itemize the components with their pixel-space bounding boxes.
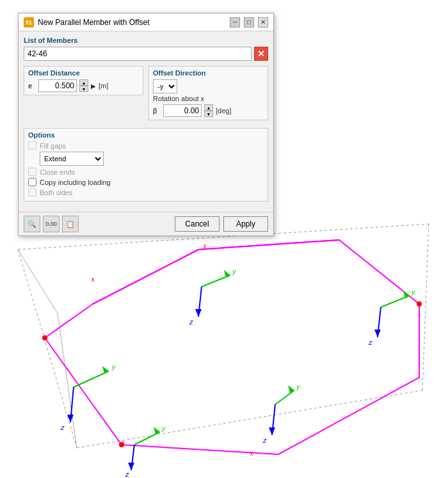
offset-distance-row: e ▲ ▼ ▶ [m] <box>28 79 139 92</box>
close-ends-row: Close ends <box>28 168 264 176</box>
spin-down[interactable]: ▼ <box>79 86 88 92</box>
svg-text:z: z <box>189 318 193 326</box>
dialog-controls: ─ □ ✕ <box>230 17 268 28</box>
dialog-app-icon: 91 <box>24 17 34 28</box>
fill-gaps-checkbox[interactable] <box>28 141 36 150</box>
rotation-spin-down[interactable]: ▼ <box>204 111 213 117</box>
dialog-titlebar: 91 New Parallel Member with Offset ─ □ ✕ <box>19 13 273 31</box>
apply-button[interactable]: Apply <box>223 216 268 232</box>
rotation-input[interactable] <box>163 104 202 117</box>
offset-direction-select[interactable]: -y +y -z +z <box>153 79 177 93</box>
bottom-bar: 🔍 0.00 📋 Cancel Apply <box>19 212 273 235</box>
members-label: List of Members <box>24 36 268 44</box>
offset-spinner: ▲ ▼ <box>79 79 88 92</box>
offset-unit: [m] <box>99 82 108 90</box>
svg-text:z: z <box>262 436 267 444</box>
offset-distance-col: Offset Distance e ▲ ▼ ▶ [m] <box>24 66 143 123</box>
rotation-label: Rotation about x <box>153 95 264 102</box>
svg-point-9 <box>42 335 47 340</box>
fill-gaps-label: Fill gaps <box>40 142 66 150</box>
svg-text:x: x <box>204 243 207 250</box>
offset-direction-label: Offset Direction <box>153 69 264 77</box>
table-icon-btn[interactable]: 0.00 <box>43 216 60 232</box>
members-input-row: ✕ <box>24 47 268 61</box>
offset-distance-input[interactable] <box>38 79 77 92</box>
rotation-row: β ▲ ▼ [deg] <box>153 104 264 117</box>
svg-point-11 <box>417 301 422 307</box>
search-icon-btn[interactable]: 🔍 <box>24 216 40 232</box>
close-ends-checkbox[interactable] <box>28 168 36 176</box>
close-ends-label: Close ends <box>40 168 75 176</box>
fill-gaps-row: Fill gaps <box>28 141 264 150</box>
rotation-spinner: ▲ ▼ <box>204 104 213 117</box>
copy-icon-btn[interactable]: 📋 <box>62 216 79 232</box>
both-sides-checkbox[interactable] <box>28 188 36 196</box>
rotation-section: Rotation about x β ▲ ▼ [deg] <box>153 95 264 117</box>
dialog-title: New Parallel Member with Offset <box>38 18 150 27</box>
offset-direction-row: -y +y -z +z <box>153 79 264 93</box>
beta-label: β <box>153 107 161 115</box>
spin-up[interactable]: ▲ <box>79 79 88 86</box>
close-button[interactable]: ✕ <box>258 17 268 28</box>
members-section: List of Members ✕ <box>24 36 268 61</box>
copy-loading-row: Copy including loading <box>28 178 264 186</box>
svg-text:z: z <box>60 424 65 431</box>
cancel-button[interactable]: Cancel <box>175 216 220 232</box>
both-sides-label: Both sides <box>40 189 72 196</box>
offset-e-label: e <box>28 82 36 90</box>
copy-loading-label: Copy including loading <box>40 179 111 186</box>
clear-button[interactable]: ✕ <box>254 47 268 61</box>
both-sides-row: Both sides <box>28 188 264 196</box>
dialog-body: List of Members ✕ Offset Distance e ▲ ▼ <box>19 31 273 212</box>
svg-text:z: z <box>125 470 129 478</box>
offset-direction-group: Offset Direction -y +y -z +z Rotation ab… <box>148 66 268 120</box>
offset-distance-group: Offset Distance e ▲ ▼ ▶ [m] <box>24 66 143 95</box>
minimize-button[interactable]: ─ <box>230 17 240 28</box>
rotation-spin-up[interactable]: ▲ <box>204 104 213 111</box>
title-left: 91 New Parallel Member with Offset <box>24 17 150 28</box>
rotation-unit: [deg] <box>216 107 231 115</box>
offset-columns: Offset Distance e ▲ ▼ ▶ [m] <box>24 66 268 123</box>
dialog-window: 91 New Parallel Member with Offset ─ □ ✕… <box>18 13 274 236</box>
offset-direction-col: Offset Direction -y +y -z +z Rotation ab… <box>148 66 268 123</box>
options-section: Options Fill gaps Extend Trim None Close… <box>24 128 268 202</box>
copy-loading-checkbox[interactable] <box>28 178 36 186</box>
bottom-icons: 🔍 0.00 📋 <box>24 216 79 232</box>
maximize-button[interactable]: □ <box>244 17 254 28</box>
dialog-buttons: Cancel Apply <box>175 216 268 232</box>
svg-text:x: x <box>250 450 253 457</box>
options-label: Options <box>28 131 264 139</box>
members-input[interactable] <box>24 47 252 61</box>
extend-select[interactable]: Extend Trim None <box>40 152 104 166</box>
svg-text:x: x <box>92 276 95 283</box>
svg-text:x: x <box>122 439 125 446</box>
extend-row: Extend Trim None <box>28 152 264 166</box>
arrow-icon: ▶ <box>91 83 96 90</box>
offset-distance-label: Offset Distance <box>28 69 139 77</box>
svg-text:z: z <box>368 339 372 346</box>
